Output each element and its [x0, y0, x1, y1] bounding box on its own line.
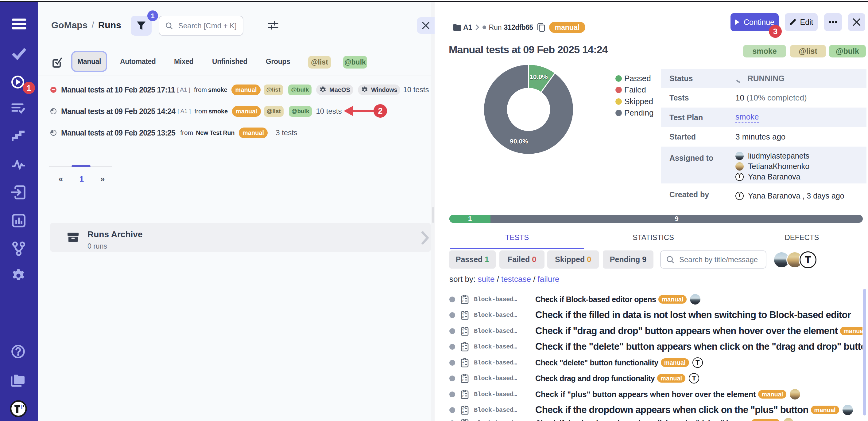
svg-text:z: z: [462, 363, 464, 366]
svg-text:z: z: [462, 331, 464, 334]
svg-text:z: z: [462, 378, 464, 382]
svg-text:z: z: [462, 347, 464, 350]
svg-text:z: z: [462, 395, 464, 398]
svg-text:10.0%: 10.0%: [529, 73, 548, 80]
svg-text:z: z: [462, 410, 464, 413]
svg-text:z: z: [462, 315, 464, 318]
svg-text:90.0%: 90.0%: [510, 138, 528, 145]
svg-text:z: z: [462, 300, 464, 303]
